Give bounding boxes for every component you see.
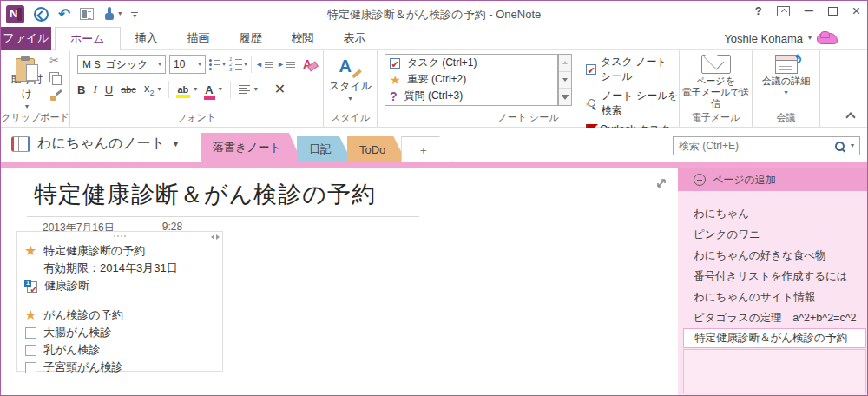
note-line-blank[interactable]	[17, 294, 222, 307]
note-handle[interactable]	[17, 234, 222, 241]
gallery-more-icon[interactable]	[559, 89, 571, 105]
title-underline	[27, 216, 419, 217]
note-line[interactable]: 大腸がん検診	[17, 324, 222, 341]
chevron-down-icon[interactable]: ▾	[194, 86, 197, 93]
numbering-button[interactable]: 1 2 3 ▾	[229, 57, 247, 71]
note-container[interactable]: ★ 特定健康診断の予約 有効期限：2014年3月31日 1✔ 健康診断 ★ がん…	[16, 231, 223, 372]
add-section-tab[interactable]: ＋	[401, 136, 452, 162]
page-list-item-selected[interactable]: 特定健康診断＆がん検診の予約	[683, 328, 866, 348]
tag-question[interactable]: ? 質問 (Ctrl+3)	[385, 88, 557, 104]
page-list-item[interactable]: わにちゃんのサイト情報	[678, 287, 867, 307]
collapse-ribbon-icon[interactable]	[846, 113, 855, 118]
note-line[interactable]: ★ がん検診の予約	[17, 307, 222, 324]
tab-insert[interactable]: 挿入	[121, 27, 173, 50]
page-canvas[interactable]: 特定健康診断＆がん検診の予約 2013年7月16日 9:28 ★ 特定健康診断の…	[1, 168, 867, 395]
minimize-icon[interactable]: —	[805, 6, 813, 16]
note-line[interactable]: 子宮頸がん検診	[17, 359, 222, 376]
note-resize-handle[interactable]	[211, 234, 220, 240]
page-list-item[interactable]: わにちゃんの好きな食べ物	[678, 245, 867, 266]
delete-icon[interactable]: ✕	[274, 83, 286, 96]
chevron-down-icon[interactable]: ▾	[157, 86, 161, 93]
paste-icon	[16, 56, 38, 68]
tab-view[interactable]: 表示	[329, 27, 381, 50]
tab-history[interactable]: 履歴	[225, 27, 277, 50]
close-icon[interactable]: ×	[852, 5, 860, 17]
star-tag-icon[interactable]: ★	[24, 308, 36, 322]
group-label-clipboard: クリップボード	[1, 111, 69, 124]
search-placeholder: 検索 (Ctrl+E)	[679, 139, 829, 154]
font-size-select[interactable]: 10 ▾	[169, 55, 206, 74]
bold-button[interactable]: B	[77, 83, 85, 96]
format-painter-icon[interactable]	[49, 89, 61, 101]
note-line[interactable]: ★ 特定健康診断の予約	[17, 242, 222, 260]
copy-icon[interactable]	[49, 72, 60, 83]
help-icon[interactable]: ?	[755, 4, 762, 17]
outlook-task-icon[interactable]: 1✔	[24, 280, 37, 293]
chevron-down-icon: ▾	[851, 142, 854, 149]
chevron-down-icon: ▾	[158, 61, 161, 68]
todo-checkbox[interactable]	[25, 327, 36, 339]
tag-task[interactable]: ✔ タスク (Ctrl+1)	[385, 55, 557, 71]
tag-important[interactable]: ★ 重要 (Ctrl+2)	[385, 71, 557, 88]
section-tab-todo[interactable]: ToDo	[347, 136, 406, 162]
subscript-button[interactable]: x2	[144, 82, 155, 97]
maximize-icon[interactable]	[828, 7, 838, 16]
todo-checkbox[interactable]	[25, 345, 36, 356]
todo-checkbox[interactable]	[25, 362, 36, 373]
meeting-details-button[interactable]: ↶ 会議の詳細 ▾	[753, 55, 819, 96]
group-label-email: 電子メール	[680, 111, 752, 124]
paste-button[interactable]: 貼り付け ▾	[8, 53, 46, 110]
note-drag-handle[interactable]	[114, 235, 126, 237]
section-color-bar	[1, 162, 867, 168]
group-clipboard: 貼り付け ▾ ✂ クリップボード	[1, 50, 70, 127]
find-tags-icon: ★	[586, 98, 597, 109]
account-menu[interactable]: Yoshie Kohama ▾	[724, 27, 838, 50]
note-line[interactable]: 乳がん検診	[17, 341, 222, 359]
paragraph-alignment-icon[interactable]	[239, 85, 250, 94]
notebook-navbar: わにちゃんのノート ▼ 落書きノート 日記 ToDo ＋ 検索 (Ctrl+E)…	[1, 128, 867, 162]
highlight-icon[interactable]: ab	[177, 84, 188, 95]
chevron-down-icon[interactable]: ▾	[254, 86, 258, 93]
page-list-item[interactable]: ピンクのワニ	[678, 224, 867, 245]
scroll-down-icon[interactable]	[559, 72, 571, 89]
tab-file[interactable]: ファイル	[1, 27, 51, 50]
task-seal-button[interactable]: ✔ タスク ノート シール	[586, 55, 679, 84]
group-label-note-seals: ノート シール	[378, 111, 679, 124]
question-icon: ?	[390, 89, 398, 103]
scroll-up-icon[interactable]	[559, 55, 571, 72]
strikethrough-button[interactable]: abc	[121, 84, 136, 95]
tab-draw[interactable]: 描画	[173, 27, 225, 50]
decrease-indent-button[interactable]: ◄	[255, 61, 273, 69]
note-line[interactable]: 有効期限：2014年3月31日	[17, 260, 222, 277]
section-tab-nikki[interactable]: 日記	[297, 136, 352, 162]
page-list-sidebar: ページの追加 わにちゃん ピンクのワニ わにちゃんの好きな食べ物 番号付きリスト…	[678, 168, 867, 395]
styles-button[interactable]: A スタイル ▾	[324, 50, 377, 102]
search-input[interactable]: 検索 (Ctrl+E) ▾	[673, 136, 860, 155]
group-note-seals: ✔ タスク (Ctrl+1) ★ 重要 (Ctrl+2) ? 質問 (Ctrl+…	[378, 50, 680, 127]
email-page-button[interactable]: ページを 電子メールで送信	[680, 55, 752, 109]
star-tag-icon[interactable]: ★	[24, 244, 36, 258]
underline-button[interactable]: U	[105, 83, 113, 96]
font-name-select[interactable]: ＭＳ ゴシック ▾	[77, 55, 166, 74]
tab-review[interactable]: 校閲	[277, 27, 329, 50]
clear-formatting-icon[interactable]: A	[303, 57, 312, 71]
page-title[interactable]: 特定健康診断＆がん検診の予約	[34, 179, 376, 210]
section-tab-rakugaki[interactable]: 落書きノート	[201, 133, 302, 162]
notebook-dropdown[interactable]: わにちゃんのノート ▼	[11, 135, 180, 153]
increase-indent-button[interactable]: ►	[277, 61, 295, 69]
font-color-icon[interactable]: A	[205, 83, 213, 96]
chevron-down-icon: ▾	[25, 103, 29, 110]
page-list-item[interactable]: ピタゴラスの定理 a^2+b^2=c^2	[678, 307, 867, 328]
bullets-button[interactable]: ▾	[209, 59, 226, 70]
note-line[interactable]: 1✔ 健康診断	[17, 277, 222, 294]
page-list-item[interactable]: 番号付きリストを作成するには	[678, 266, 867, 287]
onenote-window: N ↶ ▾ ▾ 特定健康診断＆がん検診の予約 - OneNote ? — × フ…	[0, 0, 868, 396]
ribbon-display-options-icon[interactable]	[777, 6, 790, 16]
page-list-item[interactable]: わにちゃん	[678, 203, 867, 224]
expand-page-icon[interactable]	[655, 177, 667, 189]
chevron-down-icon[interactable]: ▾	[219, 86, 222, 93]
cut-icon[interactable]: ✂	[49, 55, 61, 66]
italic-button[interactable]: I	[93, 82, 96, 96]
tab-home[interactable]: ホーム	[55, 27, 121, 50]
add-page-button[interactable]: ページの追加	[678, 168, 867, 191]
